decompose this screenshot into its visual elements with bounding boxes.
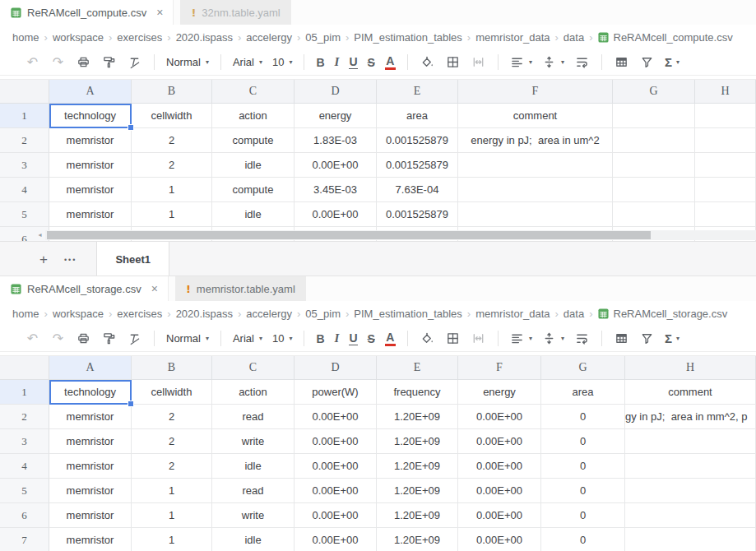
undo-icon[interactable]: ↶ [25,331,40,346]
cell-G3[interactable] [613,153,695,178]
breadcrumb-item[interactable]: exercises [117,308,162,320]
italic-button[interactable]: I [335,332,340,345]
cell-E5[interactable]: 0.001525879 [377,202,458,227]
cell-D4[interactable]: 3.45E-03 [295,178,377,202]
sheet-tab-sheet1[interactable]: Sheet1 [96,242,169,276]
row-header-2[interactable]: 2 [0,128,49,153]
cell-A2[interactable]: memristor [49,405,132,429]
cell-G4[interactable] [613,178,695,202]
font-dropdown[interactable]: Arial▾ [233,56,262,68]
cell-A5[interactable]: memristor [49,479,132,503]
cell-F4[interactable] [458,178,613,202]
merge-cells-icon[interactable] [471,54,486,70]
cell-G2[interactable] [613,128,695,153]
cell-D7[interactable]: 0.00E+00 [295,528,377,551]
cell-G7[interactable]: 0 [541,528,625,551]
breadcrumb-item[interactable]: home [12,31,39,44]
cell-C5[interactable]: read [212,479,295,503]
text-color-button[interactable]: A [385,331,396,346]
breadcrumb-item[interactable]: memristor_data [475,31,550,44]
cell-A2[interactable]: memristor [49,128,132,153]
filter-icon[interactable] [639,331,655,346]
redo-icon[interactable]: ↷ [50,54,66,70]
borders-icon[interactable] [445,54,461,70]
fill-handle[interactable] [128,401,134,407]
cell-D2[interactable]: 1.83E-03 [295,128,377,153]
underline-button[interactable]: U [349,332,357,345]
close-icon[interactable]: × [156,7,163,18]
column-header-C[interactable]: C [212,80,295,104]
tab-reramcell-compute[interactable]: ReRAMcell_compute.csv × [0,0,174,25]
cell-C6[interactable]: write [212,503,295,528]
cell-F5[interactable]: 0.00E+00 [458,479,541,503]
column-header-H[interactable]: H [695,80,756,104]
cell-C3[interactable]: write [212,429,295,454]
cell-H3[interactable] [695,153,756,178]
column-header-A[interactable]: A [49,80,132,104]
paint-format-icon[interactable] [101,331,117,346]
cell-E5[interactable]: 1.20E+09 [377,479,458,503]
cell-D6[interactable]: 0.00E+00 [295,503,377,528]
cell-C1[interactable]: action [212,380,295,405]
breadcrumb-item[interactable]: memristor_data [475,308,550,320]
cell-D1[interactable]: power(W) [295,380,377,405]
column-header-E[interactable]: E [377,356,458,380]
borders-icon[interactable] [445,331,461,346]
cell-C4[interactable]: compute [212,178,295,202]
cell-B3[interactable]: 2 [132,429,212,454]
column-header-H[interactable]: H [625,356,756,380]
cell-D5[interactable]: 0.00E+00 [295,479,377,503]
breadcrumb-file[interactable]: ReRAMcell_compute.csv [598,31,733,44]
cell-B1[interactable]: cellwidth [132,104,212,128]
breadcrumb-item[interactable]: 2020.ispass [176,31,233,44]
strikethrough-button[interactable]: S [368,333,375,345]
cell-B4[interactable]: 1 [132,178,212,202]
cell-H1[interactable]: comment [625,380,756,405]
breadcrumb-item[interactable]: data [564,31,584,44]
column-header-G[interactable]: G [613,80,695,104]
cell-F2[interactable]: 0.00E+00 [458,405,541,429]
breadcrumb-item[interactable]: 05_pim [305,31,341,44]
cell-A1[interactable]: technology [49,380,132,405]
scrollbar-track[interactable] [45,230,756,240]
cell-F5[interactable] [458,202,613,227]
clear-format-icon[interactable] [127,331,142,346]
cell-E7[interactable]: 1.20E+09 [377,528,458,551]
column-header-C[interactable]: C [212,356,295,380]
row-header-5[interactable]: 5 [0,479,49,503]
cell-A3[interactable]: memristor [49,429,132,454]
table-icon[interactable] [614,331,629,346]
breadcrumb-item[interactable]: accelergy [246,31,292,44]
cell-D1[interactable]: energy [295,104,377,128]
cell-A4[interactable]: memristor [49,454,132,479]
functions-dropdown[interactable]: Σ▾ [665,331,679,345]
cell-E3[interactable]: 1.20E+09 [377,429,458,454]
close-icon[interactable]: × [151,283,158,294]
cell-E6[interactable]: 1.20E+09 [377,503,458,528]
cell-F1[interactable]: energy [458,380,541,405]
cell-A4[interactable]: memristor [49,178,132,202]
cell-D2[interactable]: 0.00E+00 [295,405,377,429]
column-header-E[interactable]: E [377,80,458,104]
cell-C7[interactable]: idle [212,528,295,551]
cell-A3[interactable]: memristor [49,153,132,178]
print-icon[interactable] [76,331,91,346]
cell-E1[interactable]: area [377,104,458,128]
breadcrumb-item[interactable]: accelergy [246,308,292,320]
cell-F3[interactable]: 0.00E+00 [458,429,541,454]
row-header-7[interactable]: 7 [0,528,49,551]
cell-H2[interactable] [695,128,756,153]
font-size-dropdown[interactable]: 10▾ [272,332,292,345]
cell-F7[interactable]: 0.00E+00 [458,528,541,551]
cell-C1[interactable]: action [212,104,295,128]
cell-H2[interactable]: gy in pJ; area in mm^2, p [625,405,756,429]
cell-B4[interactable]: 2 [132,454,212,479]
text-color-button[interactable]: A [385,55,396,70]
vertical-align-dropdown[interactable]: ▾ [542,55,564,69]
select-all-corner[interactable] [0,80,49,104]
cell-B1[interactable]: cellwidth [132,380,212,405]
cell-H1[interactable] [695,104,756,128]
underline-button[interactable]: U [349,56,357,69]
italic-button[interactable]: I [335,56,340,68]
cell-D4[interactable]: 0.00E+00 [295,454,377,479]
